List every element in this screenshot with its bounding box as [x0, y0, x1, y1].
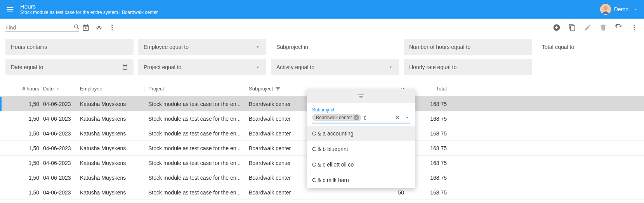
- cell-employee: Katusha Muyskens: [80, 175, 144, 181]
- handshake-icon[interactable]: [95, 23, 103, 32]
- filter-label: Subproject in: [276, 44, 308, 50]
- add-circle-icon[interactable]: [552, 23, 561, 32]
- cell-employee: Katusha Muyskens: [80, 189, 144, 196]
- calendar-icon: [122, 64, 128, 70]
- filter-employee-equal[interactable]: Employee equal to: [138, 39, 266, 55]
- cell-hours: 1,50: [6, 175, 43, 181]
- page-title: Hours: [20, 3, 158, 10]
- more-vert-icon[interactable]: [108, 23, 116, 32]
- col-date[interactable]: Date: [43, 86, 80, 92]
- copy-icon[interactable]: [568, 23, 576, 32]
- toolbar: [0, 19, 644, 36]
- filter-date-equal[interactable]: Date equal to: [5, 59, 134, 75]
- filter-project-equal[interactable]: Project equal to: [138, 59, 266, 75]
- search-input[interactable]: [5, 24, 73, 31]
- cell-project: Stock module as test case for the en...: [144, 130, 249, 137]
- page-subtitle: Stock module as test case for the entire…: [20, 10, 158, 16]
- svg-point-1: [603, 6, 608, 10]
- filter-label: Date equal to: [11, 64, 43, 70]
- clear-icon[interactable]: [394, 115, 401, 121]
- filter-label: Hourly rate equal to: [409, 64, 457, 70]
- delete-icon[interactable]: [599, 23, 608, 32]
- subproject-filter-popover: Subproject Boardwalk center ✕ C & a acco…: [307, 89, 415, 188]
- popover-field-label: Subproject: [312, 107, 410, 113]
- cell-project: Stock module as test case for the en...: [144, 101, 249, 107]
- cell-hours: 1,50: [6, 116, 43, 122]
- dropdown-option[interactable]: C & a accounting: [307, 126, 415, 141]
- filter-hours-contains[interactable]: Hours contains: [5, 39, 134, 55]
- cell-rate: 50: [354, 189, 404, 196]
- svg-point-2: [111, 25, 113, 26]
- avatar: [600, 4, 611, 15]
- col-hours[interactable]: # hours: [6, 86, 43, 92]
- dropdown-option[interactable]: C & b blueprint: [307, 141, 415, 157]
- cell-project: Stock module as test case for the en...: [144, 160, 249, 166]
- chevron-down-icon: [255, 64, 261, 70]
- cell-employee: Katusha Muyskens: [80, 101, 144, 107]
- selected-chip: Boardwalk center ✕: [312, 114, 361, 121]
- refresh-icon[interactable]: [614, 23, 623, 32]
- search-icon[interactable]: [73, 24, 80, 31]
- cell-hours: 1,50: [6, 145, 43, 151]
- svg-point-3: [111, 27, 113, 28]
- dropdown-option[interactable]: C & c elliott oil co: [307, 157, 415, 172]
- chevron-down-icon: [633, 7, 639, 12]
- cell-date: 04-06-2023: [43, 101, 80, 107]
- menu-icon[interactable]: [5, 5, 15, 14]
- filter-label: Project equal to: [144, 64, 181, 70]
- cell-project: Stock module as test case for the en...: [144, 175, 249, 181]
- cell-date: 04-06-2023: [43, 160, 80, 166]
- filter-subproject-in[interactable]: Subproject in: [271, 39, 399, 55]
- svg-point-7: [634, 29, 635, 30]
- cell-hours: 1,50: [6, 130, 43, 137]
- cell-employee: Katusha Muyskens: [80, 116, 144, 122]
- chevron-down-icon: [255, 44, 261, 50]
- filter-label: Number of hours equal to: [409, 44, 470, 50]
- header-user[interactable]: Demo: [600, 4, 639, 15]
- filter-list-icon: [358, 93, 365, 100]
- filter-label: Hours contains: [11, 44, 47, 50]
- cell-employee: Katusha Muyskens: [80, 145, 144, 151]
- filter-activity-equal[interactable]: Activity equal to: [271, 59, 399, 75]
- filter-number-hours[interactable]: Number of hours equal to: [404, 39, 532, 55]
- col-date-label: Date: [43, 86, 54, 92]
- cell-hours: 1,50: [6, 160, 43, 166]
- cell-date: 04-06-2023: [43, 145, 80, 151]
- col-subproject-label: Subproject: [249, 86, 273, 92]
- cell-hours: 1,50: [6, 189, 43, 196]
- edit-icon[interactable]: [583, 23, 592, 32]
- col-employee[interactable]: Employee: [80, 86, 144, 92]
- title-block: Hours Stock module as test case for the …: [20, 3, 158, 15]
- filter-icon: [275, 86, 281, 92]
- dropdown-option[interactable]: C & c milk barn: [307, 172, 415, 188]
- svg-point-5: [634, 25, 635, 26]
- filter-hourly-rate[interactable]: Hourly rate equal to: [404, 59, 532, 75]
- svg-point-4: [111, 29, 113, 30]
- chevron-up-icon[interactable]: [404, 115, 410, 120]
- svg-point-6: [634, 27, 635, 28]
- cell-date: 04-06-2023: [43, 189, 80, 196]
- filter-total-equal[interactable]: Total equal to: [536, 39, 644, 55]
- cell-subproject: Boardwalk center: [249, 189, 354, 196]
- cell-project: Stock module as test case for the en...: [144, 116, 249, 122]
- chip-input-row[interactable]: Boardwalk center ✕: [312, 114, 410, 123]
- username: Demo: [614, 6, 628, 12]
- find-field[interactable]: [5, 24, 79, 32]
- filter-label: Activity equal to: [276, 64, 314, 70]
- cell-hours: 1,50: [6, 101, 43, 107]
- chip-remove-icon[interactable]: ✕: [354, 115, 359, 120]
- cell-project: Stock module as test case for the en...: [144, 189, 249, 196]
- filter-label: Employee equal to: [144, 44, 189, 50]
- filter-label: Total equal to: [542, 44, 574, 50]
- col-project[interactable]: Project: [144, 86, 249, 92]
- popover-search-input[interactable]: [364, 115, 392, 121]
- filter-panel: Hours contains Employee equal to Subproj…: [0, 36, 644, 81]
- chip-label: Boardwalk center: [316, 115, 352, 120]
- calendar-add-icon[interactable]: [82, 23, 90, 32]
- cell-employee: Katusha Muyskens: [80, 160, 144, 166]
- cell-date: 04-06-2023: [43, 116, 80, 122]
- cell-date: 04-06-2023: [43, 130, 80, 137]
- popover-header[interactable]: [307, 89, 415, 103]
- more-vert-icon-right[interactable]: [630, 23, 639, 32]
- arrow-down-icon: [55, 86, 61, 92]
